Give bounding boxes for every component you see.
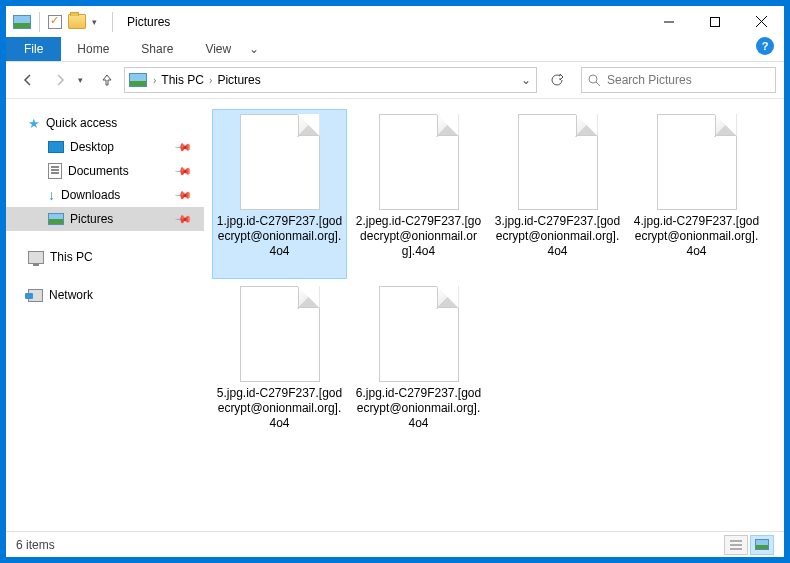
tab-home[interactable]: Home [61, 37, 125, 61]
file-thumbnail-icon [240, 286, 320, 382]
documents-icon [48, 163, 62, 179]
pin-icon: 📌 [173, 161, 192, 180]
search-placeholder: Search Pictures [607, 73, 692, 87]
file-thumbnail-icon [379, 286, 459, 382]
help-icon[interactable]: ? [756, 37, 774, 55]
navigation-pane: ★ Quick access Desktop 📌 Documents 📌 ↓ D… [6, 99, 204, 531]
pin-icon: 📌 [173, 185, 192, 204]
file-name: 6.jpg.id-C279F237.[godecrypt@onionmail.o… [354, 386, 483, 431]
window-title: Pictures [127, 15, 170, 29]
tab-share[interactable]: Share [125, 37, 189, 61]
file-tab[interactable]: File [6, 37, 61, 61]
qat-newfolder-icon[interactable] [68, 14, 86, 29]
ribbon: File Home Share View ⌄ ? [6, 37, 784, 62]
star-icon: ★ [28, 116, 40, 131]
file-name: 1.jpg.id-C279F237.[godecrypt@onionmail.o… [215, 214, 344, 259]
file-thumbnail-icon [240, 114, 320, 210]
nav-network[interactable]: Network [6, 283, 204, 307]
location-icon [129, 73, 147, 87]
file-name: 2.jpeg.id-C279F237.[godecrypt@onionmail.… [354, 214, 483, 259]
svg-point-4 [589, 75, 597, 83]
nav-pictures[interactable]: Pictures 📌 [6, 207, 204, 231]
pc-icon [28, 251, 44, 264]
pin-icon: 📌 [173, 137, 192, 156]
maximize-button[interactable] [692, 7, 738, 37]
svg-line-5 [596, 82, 600, 86]
file-thumbnail-icon [518, 114, 598, 210]
address-dropdown-icon[interactable]: ⌄ [514, 68, 536, 92]
qat-properties-icon[interactable] [48, 15, 62, 29]
nav-documents[interactable]: Documents 📌 [6, 159, 204, 183]
ribbon-expand-icon[interactable]: ⌄ [247, 37, 261, 61]
breadcrumb-pictures[interactable]: Pictures [214, 73, 263, 87]
search-input[interactable]: Search Pictures [581, 67, 776, 93]
network-icon [28, 289, 43, 302]
nav-this-pc[interactable]: This PC [6, 245, 204, 269]
forward-button[interactable] [46, 67, 74, 93]
file-name: 4.jpg.id-C279F237.[godecrypt@onionmail.o… [632, 214, 761, 259]
address-bar[interactable]: › This PC › Pictures ⌄ [124, 67, 537, 93]
file-item[interactable]: 1.jpg.id-C279F237.[godecrypt@onionmail.o… [212, 109, 347, 279]
pin-icon: 📌 [173, 209, 192, 228]
svg-rect-1 [711, 17, 720, 26]
up-button[interactable] [94, 68, 120, 92]
refresh-button[interactable] [543, 68, 571, 92]
titlebar[interactable]: ▾ Pictures [6, 6, 784, 37]
file-item[interactable]: 6.jpg.id-C279F237.[godecrypt@onionmail.o… [351, 281, 486, 451]
recent-locations-icon[interactable]: ▾ [78, 75, 90, 85]
app-icon [13, 15, 31, 29]
explorer-window: ▾ Pictures File Home Share View ⌄ ? ▾ › … [5, 5, 785, 558]
navigation-bar: ▾ › This PC › Pictures ⌄ Search Pictures [6, 62, 784, 99]
search-icon [588, 74, 601, 87]
thumbnails-view-button[interactable] [750, 535, 774, 555]
nav-desktop[interactable]: Desktop 📌 [6, 135, 204, 159]
nav-quick-access[interactable]: ★ Quick access [6, 111, 204, 135]
back-button[interactable] [14, 67, 42, 93]
tab-view[interactable]: View [189, 37, 247, 61]
file-name: 5.jpg.id-C279F237.[godecrypt@onionmail.o… [215, 386, 344, 431]
file-item[interactable]: 2.jpeg.id-C279F237.[godecrypt@onionmail.… [351, 109, 486, 279]
status-item-count: 6 items [16, 538, 55, 552]
file-item[interactable]: 3.jpg.id-C279F237.[godecrypt@onionmail.o… [490, 109, 625, 279]
file-item[interactable]: 4.jpg.id-C279F237.[godecrypt@onionmail.o… [629, 109, 764, 279]
file-thumbnail-icon [379, 114, 459, 210]
chevron-right-icon[interactable]: › [151, 75, 158, 86]
files-view[interactable]: 1.jpg.id-C279F237.[godecrypt@onionmail.o… [204, 99, 784, 531]
minimize-button[interactable] [646, 7, 692, 37]
file-name: 3.jpg.id-C279F237.[godecrypt@onionmail.o… [493, 214, 622, 259]
chevron-right-icon[interactable]: › [207, 75, 214, 86]
nav-downloads[interactable]: ↓ Downloads 📌 [6, 183, 204, 207]
file-item[interactable]: 5.jpg.id-C279F237.[godecrypt@onionmail.o… [212, 281, 347, 451]
desktop-icon [48, 141, 64, 153]
details-view-button[interactable] [724, 535, 748, 555]
qat-customize-icon[interactable]: ▾ [92, 17, 100, 27]
breadcrumb-this-pc[interactable]: This PC [158, 73, 207, 87]
file-thumbnail-icon [657, 114, 737, 210]
close-button[interactable] [738, 7, 784, 37]
downloads-icon: ↓ [48, 187, 55, 203]
pictures-icon [48, 213, 64, 225]
statusbar: 6 items [6, 531, 784, 557]
